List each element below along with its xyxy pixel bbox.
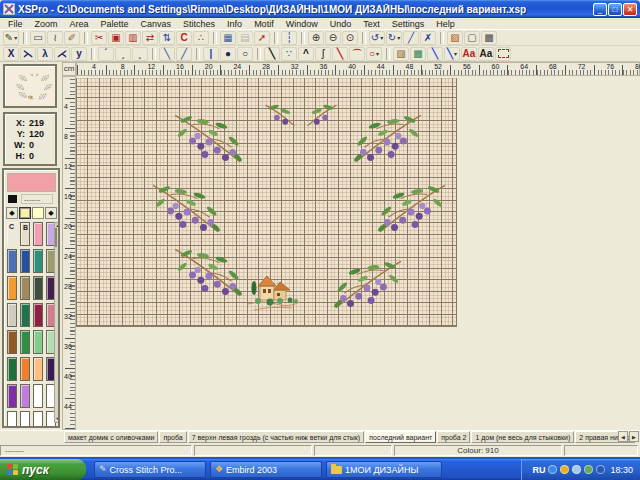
text-tool-button[interactable]: Aa [478, 47, 494, 61]
maximize-button[interactable]: □ [608, 3, 622, 16]
long-backstitch-options-dropdown-icon[interactable]: ▾ [454, 50, 457, 57]
bead-button[interactable]: ○ [237, 47, 253, 61]
three-quarter-stitch-right-button[interactable]: ⋌ [54, 47, 70, 61]
edit-stitch-button[interactable]: ✐ [64, 31, 80, 45]
pattern-tab[interactable]: проба 2 [437, 431, 470, 443]
start-button[interactable]: пуск [0, 459, 86, 480]
pattern-tab[interactable]: 7 верхн левая гроздь (с частью ниж ветки… [188, 431, 364, 443]
rotate-button[interactable]: C [176, 31, 192, 45]
palette-swatch[interactable] [7, 276, 17, 300]
quarter-stitch-3-button[interactable]: ˎ [132, 47, 148, 61]
minimize-button[interactable]: _ [593, 3, 607, 16]
palette-swatch[interactable] [33, 249, 43, 273]
palette-scroll-thumb[interactable] [55, 228, 57, 247]
palette-swatch[interactable] [33, 330, 43, 354]
palette-swatch[interactable] [33, 276, 43, 300]
palette-swatch[interactable] [20, 357, 30, 381]
palette-swatch[interactable] [7, 384, 17, 408]
zoom-in-button[interactable]: ⊕ [308, 31, 324, 45]
copy-button[interactable]: ▣ [108, 31, 124, 45]
menu-canvas[interactable]: Canvas [135, 19, 178, 29]
palette-selected-swatch[interactable] [19, 207, 31, 219]
palette-alt-swatch[interactable] [32, 207, 44, 219]
backstitch-left-button[interactable]: ╲ [159, 47, 175, 61]
palette-swatch[interactable] [20, 384, 30, 408]
redo-dropdown-icon[interactable]: ▾ [397, 34, 400, 41]
palette-scroll-down-icon[interactable]: ▼ [55, 416, 60, 422]
palette-swatch[interactable] [33, 303, 43, 327]
quarter-stitch-1-button[interactable]: ˊ [98, 47, 114, 61]
lazy-daisy-stitch-button[interactable]: ^ [298, 47, 314, 61]
palette-swatch[interactable] [20, 249, 30, 273]
pencil-tool-dropdown-icon[interactable]: ▾ [14, 34, 17, 41]
taskbar-button-3[interactable]: 1МОИ ДИЗАЙНЫ [326, 461, 442, 478]
pattern-preview[interactable] [3, 64, 57, 108]
tray-gold-icon[interactable] [560, 465, 569, 474]
motif-manager-button[interactable]: ▨ [393, 47, 409, 61]
palette-next-button[interactable]: ◆ [45, 207, 57, 219]
language-indicator[interactable]: RU [532, 465, 545, 475]
taskbar-button-1[interactable]: ✎Cross Stitch Pro... [94, 461, 206, 478]
special-stitch-button[interactable]: ╲ [264, 47, 280, 61]
menu-info[interactable]: Info [221, 19, 248, 29]
cut-button[interactable]: ✂ [91, 31, 107, 45]
menu-palette[interactable]: Palette [95, 19, 135, 29]
print-button[interactable]: ▤ [237, 31, 253, 45]
palette-swatch[interactable] [7, 411, 17, 428]
view-screen-button[interactable]: ▦ [220, 31, 236, 45]
palette-header-swatch[interactable]: C [7, 222, 17, 246]
close-button[interactable]: ✕ [623, 3, 637, 16]
menu-zoom[interactable]: Zoom [29, 19, 64, 29]
zoom-out-button[interactable]: ⊖ [325, 31, 341, 45]
curve-stitch-button[interactable]: ⌒ [349, 47, 365, 61]
fabric-grid[interactable] [76, 78, 457, 327]
long-backstitch-options-button[interactable]: ╲▾ [444, 47, 460, 61]
palette-swatch[interactable] [33, 411, 43, 428]
palette-swatch[interactable] [7, 249, 17, 273]
blend-color-swatch[interactable] [8, 195, 17, 203]
motif-picture-button[interactable]: ▩ [410, 47, 426, 61]
palette-prev-button[interactable]: ◆ [6, 207, 18, 219]
menu-file[interactable]: File [2, 19, 29, 29]
text-tool-red-button[interactable]: Aa [461, 47, 477, 61]
palette-scrollbar[interactable]: ▲ ▼ [54, 222, 60, 423]
palette-swatch[interactable] [7, 303, 17, 327]
full-cross-stitch-button[interactable]: X [3, 47, 19, 61]
menu-undo[interactable]: Undo [324, 19, 358, 29]
palette-swatch[interactable] [20, 303, 30, 327]
scatter-dots-button[interactable]: ∴ [193, 31, 209, 45]
pattern-tab[interactable]: макет домик с оливочками [64, 431, 158, 443]
zoom-reset-button[interactable]: ⊙ [342, 31, 358, 45]
palette-swatch[interactable] [7, 330, 17, 354]
couching-stitch-button[interactable]: ∵ [281, 47, 297, 61]
menu-stitches[interactable]: Stitches [177, 19, 221, 29]
palette-swatch[interactable] [33, 357, 43, 381]
page-copy-button[interactable]: ▩ [481, 31, 497, 45]
three-quarter-stitch-left-button[interactable]: ⋋ [20, 47, 36, 61]
menu-window[interactable]: Window [280, 19, 324, 29]
french-knot-button[interactable]: ● [220, 47, 236, 61]
tab-scroll-left-button[interactable]: ◀ [618, 431, 628, 442]
palette-header-swatch[interactable]: B [20, 222, 30, 246]
pen-button[interactable]: ╱ [403, 31, 419, 45]
menu-settings[interactable]: Settings [386, 19, 431, 29]
new-page-button[interactable]: ▢ [464, 31, 480, 45]
backstitch-right-button[interactable]: ╱ [176, 47, 192, 61]
tray-network-icon[interactable] [596, 465, 605, 474]
pointer-button[interactable]: ➚ [254, 31, 270, 45]
half-stitch-button[interactable]: λ [37, 47, 53, 61]
redo-button[interactable]: ↻▾ [386, 31, 402, 45]
pattern-select-button[interactable] [495, 47, 511, 61]
tray-antivirus-icon[interactable] [584, 465, 593, 474]
taskbar-button-2[interactable]: ❖Embird 2003 [210, 461, 322, 478]
petite-stitch-button[interactable]: y [71, 47, 87, 61]
fly-stitch-button[interactable]: ʃ [315, 47, 331, 61]
menu-motif[interactable]: Motif [248, 19, 280, 29]
pattern-tab-active[interactable]: последний вариант [365, 431, 436, 443]
palette-swatch[interactable] [7, 357, 17, 381]
circle-stitch-button[interactable]: ○▾ [366, 47, 382, 61]
design-canvas[interactable] [76, 76, 640, 430]
pattern-tab[interactable]: проба [159, 431, 186, 443]
menu-area[interactable]: Area [64, 19, 95, 29]
long-stitch-red-button[interactable]: ╲ [332, 47, 348, 61]
